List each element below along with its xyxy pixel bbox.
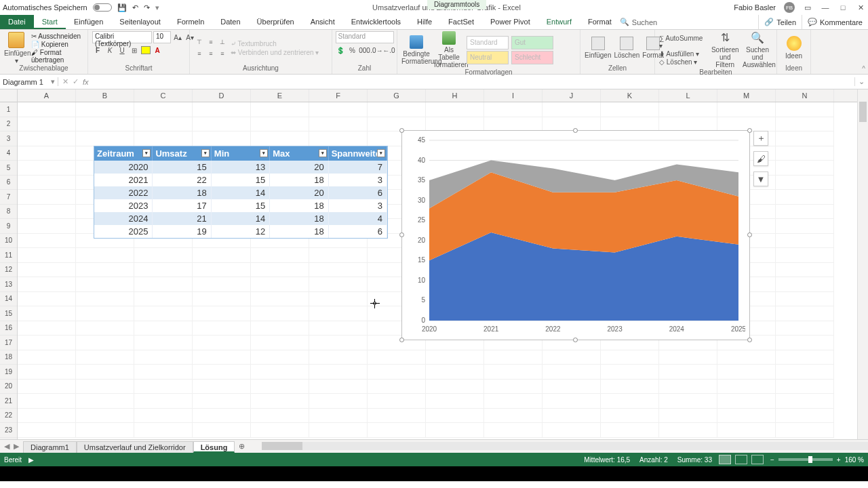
currency-button[interactable]: 💲: [335, 45, 346, 56]
expand-formula-bar-icon[interactable]: ⌄: [854, 77, 868, 86]
filter-icon[interactable]: ▾: [260, 149, 268, 157]
increase-font-icon[interactable]: A▴: [172, 32, 183, 43]
select-all-corner[interactable]: [0, 89, 17, 102]
tab-factset[interactable]: FactSet: [440, 15, 482, 29]
column-header[interactable]: N: [776, 89, 834, 102]
row-header[interactable]: 13: [0, 277, 17, 292]
format-as-table-button[interactable]: Als Tabelle formatieren: [434, 31, 464, 68]
wrap-text-button[interactable]: ⤶ Textumbruch: [231, 40, 319, 47]
font-size-combo[interactable]: 10: [153, 31, 171, 43]
column-header[interactable]: C: [134, 89, 193, 102]
row-header[interactable]: 4: [0, 146, 17, 161]
worksheet-grid[interactable]: 1234567891011121314151617181920212223 AB…: [0, 89, 868, 439]
view-normal-button[interactable]: [719, 455, 731, 464]
filter-icon[interactable]: ▾: [201, 149, 210, 157]
tab-start[interactable]: Start: [34, 15, 66, 29]
row-header[interactable]: 21: [0, 394, 17, 409]
fx-icon[interactable]: fx: [83, 78, 92, 86]
table-header[interactable]: Spannweite▾: [329, 146, 387, 161]
row-header[interactable]: 12: [0, 263, 17, 278]
table-header[interactable]: Umsatz▾: [153, 146, 211, 161]
row-header[interactable]: 23: [0, 423, 17, 438]
fill-button[interactable]: ⬇ Ausfüllen ▾: [659, 50, 707, 58]
row-header[interactable]: 8: [0, 205, 17, 220]
format-painter-button[interactable]: 🖌 Format übertragen: [31, 49, 83, 64]
row-header[interactable]: 20: [0, 380, 17, 394]
row-header[interactable]: 6: [0, 176, 17, 190]
tab-data[interactable]: Daten: [212, 15, 248, 29]
dec-decimal-button[interactable]: ←.0: [384, 45, 395, 56]
style-good[interactable]: Gut: [511, 36, 553, 49]
find-select-button[interactable]: 🔍Suchen und Auswählen: [743, 31, 772, 68]
sheet-nav-prev-icon[interactable]: ◀: [4, 442, 9, 451]
ideas-button[interactable]: Ideen: [781, 36, 806, 60]
tab-pagelayout[interactable]: Seitenlayout: [111, 15, 169, 29]
border-button[interactable]: ⊞: [129, 45, 140, 56]
table-header[interactable]: Max▾: [270, 146, 328, 161]
column-header[interactable]: E: [251, 89, 309, 102]
delete-cells-button[interactable]: Löschen: [614, 37, 639, 59]
column-header[interactable]: K: [601, 89, 659, 102]
style-neutral[interactable]: Neutral: [467, 51, 509, 64]
clear-button[interactable]: ◇ Löschen ▾: [659, 58, 707, 66]
chart-object[interactable]: 0510152025303540452020202120222023202420…: [401, 130, 750, 340]
row-header[interactable]: 19: [0, 365, 17, 380]
row-header[interactable]: 1: [0, 102, 17, 117]
search-placeholder[interactable]: Suchen: [632, 18, 657, 26]
tab-developer[interactable]: Entwicklertools: [343, 15, 409, 29]
enter-formula-icon[interactable]: ✓: [73, 77, 79, 86]
row-header[interactable]: 17: [0, 336, 17, 350]
tab-insert[interactable]: Einfügen: [66, 15, 111, 29]
row-header[interactable]: 15: [0, 306, 17, 321]
data-table[interactable]: Zeitraum▾Umsatz▾Min▾Max▾Spannweite▾ 2020…: [94, 146, 388, 239]
italic-button[interactable]: K: [104, 45, 115, 56]
share-button[interactable]: 🔗Teilen: [758, 15, 802, 29]
table-row[interactable]: 20201513207: [94, 161, 387, 174]
underline-button[interactable]: U: [117, 45, 127, 56]
row-header[interactable]: 18: [0, 350, 17, 365]
resize-handle[interactable]: [573, 338, 578, 342]
filter-icon[interactable]: ▾: [142, 149, 151, 157]
add-sheet-button[interactable]: ⊕: [235, 440, 248, 453]
ribbon-options-icon[interactable]: ▭: [803, 3, 812, 12]
zoom-level[interactable]: 160 %: [845, 456, 864, 464]
table-header[interactable]: Min▾: [212, 146, 270, 161]
comments-button[interactable]: 💬Kommentare: [802, 15, 868, 29]
column-header[interactable]: I: [484, 89, 542, 102]
column-header[interactable]: H: [426, 89, 484, 102]
maximize-icon[interactable]: □: [838, 3, 848, 12]
copy-button[interactable]: 📄 Kopieren: [31, 41, 83, 48]
column-header[interactable]: M: [717, 89, 776, 102]
zoom-slider[interactable]: [778, 458, 833, 461]
table-row[interactable]: 20231715183: [94, 199, 387, 212]
number-format-combo[interactable]: Standard: [336, 31, 394, 43]
column-header[interactable]: G: [368, 89, 426, 102]
resize-handle[interactable]: [399, 232, 404, 237]
vertical-scrollbar[interactable]: [857, 89, 868, 439]
sheet-nav-next-icon[interactable]: ▶: [14, 442, 19, 451]
style-bad[interactable]: Schlecht: [511, 51, 553, 64]
sheet-tab-diagramm1[interactable]: Diagramm1: [23, 441, 77, 453]
column-header[interactable]: B: [76, 89, 134, 102]
style-normal[interactable]: Standard: [467, 36, 509, 49]
row-header[interactable]: 7: [0, 190, 17, 205]
name-box[interactable]: Diagramm 1▾: [0, 77, 58, 86]
horizontal-scrollbar[interactable]: [262, 440, 868, 453]
tab-design[interactable]: Entwurf: [538, 15, 580, 29]
autosave-toggle[interactable]: [93, 3, 112, 12]
minimize-icon[interactable]: —: [821, 3, 830, 12]
area-chart[interactable]: 0510152025303540452020202120222023202420…: [408, 135, 745, 336]
conditional-format-button[interactable]: Bedingte Formatierung: [401, 35, 431, 65]
view-pagebreak-button[interactable]: [751, 455, 764, 464]
paste-button[interactable]: Einfügen ▾: [4, 32, 28, 64]
close-icon[interactable]: ✕: [856, 3, 865, 12]
tab-review[interactable]: Überprüfen: [249, 15, 302, 29]
align-buttons[interactable]: ⊤≡⊥ ≡≡≡: [194, 37, 228, 59]
chart-elements-button[interactable]: ＋: [753, 131, 768, 146]
table-header[interactable]: Zeitraum▾: [94, 146, 153, 161]
thousands-button[interactable]: 000: [359, 45, 370, 56]
undo-icon[interactable]: ↶: [132, 3, 138, 12]
row-header[interactable]: 22: [0, 409, 17, 424]
macro-record-icon[interactable]: ▶: [28, 456, 34, 464]
row-header[interactable]: 5: [0, 161, 17, 176]
